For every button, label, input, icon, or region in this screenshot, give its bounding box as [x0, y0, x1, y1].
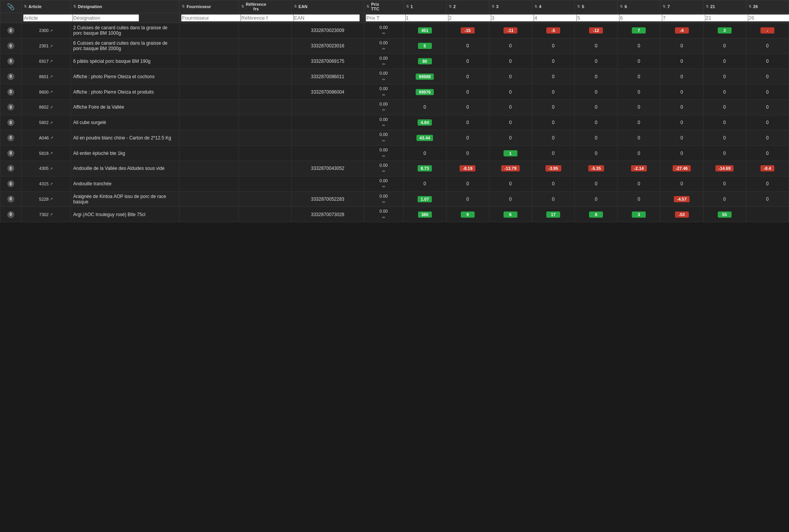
row-checkbox-cell[interactable]: 0	[0, 146, 22, 161]
filter-c21-cell[interactable]	[703, 13, 746, 23]
edit-price-icon[interactable]: ✏	[382, 93, 385, 97]
row-checkbox[interactable]: 0	[7, 73, 14, 80]
row-checkbox-cell[interactable]: 0	[0, 115, 22, 130]
row-checkbox-cell[interactable]: 0	[0, 84, 22, 100]
external-link-icon[interactable]: ↗	[50, 212, 53, 216]
prix-cell[interactable]: 0.00✏	[364, 23, 403, 39]
edit-price-icon[interactable]: ✏	[382, 77, 385, 82]
filter-prix-cell[interactable]	[364, 13, 403, 23]
prix-cell[interactable]: 0.00✏	[364, 191, 403, 207]
col3-header[interactable]: ⇅ 3	[489, 0, 532, 13]
row-checkbox[interactable]: 0	[7, 134, 14, 141]
edit-price-icon[interactable]: ✏	[382, 47, 385, 51]
prix-cell[interactable]: 0.00✏	[364, 146, 403, 161]
col4-header[interactable]: ⇅ 4	[532, 0, 575, 13]
external-link-icon[interactable]: ↗	[50, 182, 53, 186]
filter-c1-cell[interactable]	[403, 13, 446, 23]
article-column-header[interactable]: ⇅ Article	[21, 0, 71, 13]
row-checkbox-cell[interactable]: 0	[0, 54, 22, 69]
filter-article-cell[interactable]	[21, 13, 71, 23]
prix-cell[interactable]: 0.00✏	[364, 207, 403, 222]
ref-frs-column-header[interactable]: ⇅ Référencefrs	[239, 0, 292, 13]
prix-cell[interactable]: 0.00✏	[364, 130, 403, 146]
filter-c4-cell[interactable]	[532, 13, 575, 23]
row-checkbox-cell[interactable]: 0	[0, 161, 22, 176]
row-checkbox-cell[interactable]: 0	[0, 207, 22, 222]
row-checkbox[interactable]: 0	[7, 27, 14, 34]
article-cell[interactable]: 4305↗	[21, 161, 71, 176]
row-checkbox[interactable]: 0	[7, 150, 14, 157]
article-cell[interactable]: 8600↗	[21, 84, 71, 100]
prix-cell[interactable]: 0.00✏	[364, 99, 403, 115]
edit-price-icon[interactable]: ✏	[382, 31, 385, 35]
prix-cell[interactable]: 0.00✏	[364, 38, 403, 54]
external-link-icon[interactable]: ↗	[50, 74, 53, 79]
filter-designation-input[interactable]	[72, 14, 139, 22]
prix-ttc-column-header[interactable]: ⇅ PrixTTC	[364, 0, 403, 13]
filter-c26-input[interactable]	[748, 14, 789, 22]
prix-cell[interactable]: 0.00✏	[364, 54, 403, 69]
article-cell[interactable]: A046↗	[21, 130, 71, 146]
filter-designation-cell[interactable]	[71, 13, 179, 23]
edit-price-icon[interactable]: ✏	[382, 185, 385, 189]
external-link-icon[interactable]: ↗	[50, 44, 53, 48]
edit-price-icon[interactable]: ✏	[382, 154, 385, 158]
filter-ref-cell[interactable]	[239, 13, 292, 23]
article-cell[interactable]: 2300↗	[21, 23, 71, 39]
row-checkbox[interactable]: 0	[7, 42, 14, 49]
article-cell[interactable]: 2301↗	[21, 38, 71, 54]
row-checkbox[interactable]: 0	[7, 89, 14, 96]
designation-column-header[interactable]: ⇅ Désignation	[71, 0, 179, 13]
row-checkbox-cell[interactable]: 0	[0, 99, 22, 115]
article-cell[interactable]: 6917↗	[21, 54, 71, 69]
edit-price-icon[interactable]: ✏	[382, 139, 385, 143]
prix-cell[interactable]: 0.00✏	[364, 115, 403, 130]
col21-header[interactable]: ⇅ 21	[703, 0, 746, 13]
external-link-icon[interactable]: ↗	[50, 90, 53, 94]
edit-price-icon[interactable]: ✏	[382, 200, 385, 204]
row-checkbox[interactable]: 0	[7, 211, 14, 218]
article-cell[interactable]: 5818↗	[21, 146, 71, 161]
row-checkbox[interactable]: 0	[7, 58, 14, 65]
article-cell[interactable]: 5228↗	[21, 191, 71, 207]
fournisseur-column-header[interactable]: ⇅ Fournisseur	[180, 0, 239, 13]
filter-c7-cell[interactable]	[660, 13, 703, 23]
filter-ean-input[interactable]	[293, 14, 360, 22]
row-checkbox[interactable]: 0	[7, 180, 14, 187]
row-checkbox-cell[interactable]: 0	[0, 23, 22, 39]
external-link-icon[interactable]: ↗	[50, 121, 53, 125]
external-link-icon[interactable]: ↗	[50, 166, 53, 171]
prix-cell[interactable]: 0.00✏	[364, 176, 403, 191]
prix-cell[interactable]: 0.00✏	[364, 84, 403, 100]
external-link-icon[interactable]: ↗	[50, 197, 53, 201]
filter-ean-cell[interactable]	[291, 13, 364, 23]
edit-price-icon[interactable]: ✏	[382, 108, 385, 112]
col1-header[interactable]: ⇅ 1	[403, 0, 446, 13]
row-checkbox-cell[interactable]: 0	[0, 130, 22, 146]
edit-price-icon[interactable]: ✏	[382, 123, 385, 128]
filter-c5-cell[interactable]	[575, 13, 618, 23]
article-cell[interactable]: 5802↗	[21, 115, 71, 130]
filter-c3-cell[interactable]	[489, 13, 532, 23]
filter-c26-cell[interactable]	[746, 13, 789, 23]
article-cell[interactable]: 8601↗	[21, 69, 71, 84]
row-checkbox-cell[interactable]: 0	[0, 38, 22, 54]
article-cell[interactable]: 7302↗	[21, 207, 71, 222]
edit-price-icon[interactable]: ✏	[382, 62, 385, 66]
prix-cell[interactable]: 0.00✏	[364, 69, 403, 84]
prix-cell[interactable]: 0.00✏	[364, 161, 403, 176]
edit-price-icon[interactable]: ✏	[382, 215, 385, 220]
filter-fournisseur-input[interactable]	[181, 14, 248, 22]
external-link-icon[interactable]: ↗	[50, 59, 53, 63]
row-checkbox-cell[interactable]: 0	[0, 191, 22, 207]
col2-header[interactable]: ⇅ 2	[446, 0, 489, 13]
external-link-icon[interactable]: ↗	[50, 29, 53, 33]
external-link-icon[interactable]: ↗	[50, 105, 53, 109]
filter-c2-cell[interactable]	[446, 13, 489, 23]
filter-fournisseur-cell[interactable]	[180, 13, 239, 23]
external-link-icon[interactable]: ↗	[50, 151, 53, 155]
row-checkbox[interactable]: 0	[7, 104, 14, 111]
edit-price-icon[interactable]: ✏	[382, 169, 385, 173]
row-checkbox-cell[interactable]: 0	[0, 176, 22, 191]
col7-header[interactable]: ⇅ 7	[660, 0, 703, 13]
